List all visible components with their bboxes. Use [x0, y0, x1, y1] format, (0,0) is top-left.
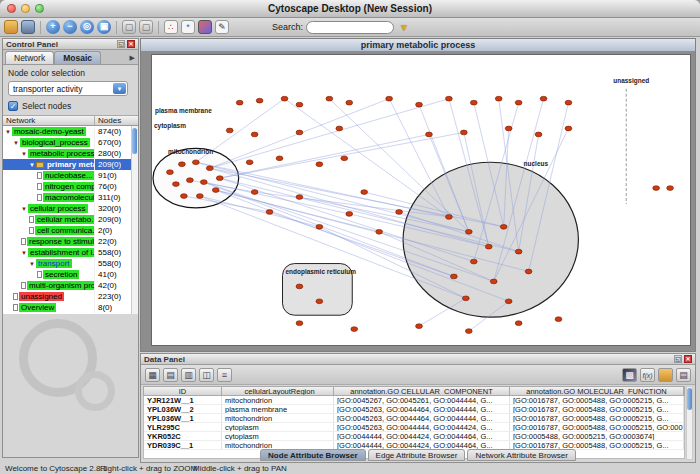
- network-node[interactable]: [555, 317, 562, 322]
- close-button[interactable]: [7, 4, 16, 13]
- tree-expand-icon[interactable]: ▼: [13, 140, 19, 146]
- network-node[interactable]: [386, 96, 393, 101]
- open-attr-file-icon[interactable]: [658, 368, 673, 382]
- float-panel-icon[interactable]: ◱: [674, 355, 682, 363]
- network-node[interactable]: [266, 210, 273, 215]
- network-node[interactable]: [465, 229, 472, 234]
- network-node[interactable]: [505, 126, 512, 131]
- network-node[interactable]: [192, 160, 199, 165]
- network-node[interactable]: [216, 176, 223, 181]
- zoom-selected-icon[interactable]: ◎: [80, 20, 94, 34]
- annotation-icon[interactable]: ✎: [215, 20, 229, 34]
- network-node[interactable]: [500, 224, 507, 229]
- tree-row[interactable]: ▼transport558(0): [3, 258, 138, 269]
- new-attribute-icon[interactable]: ▥: [181, 368, 196, 382]
- delete-attribute-icon[interactable]: ◫: [199, 368, 214, 382]
- tree-expand-icon[interactable]: ▼: [21, 206, 27, 212]
- save-session-icon[interactable]: [21, 20, 35, 34]
- title-bar[interactable]: Cytoscape Desktop (New Session): [0, 0, 700, 18]
- import-attr-icon[interactable]: ▤: [676, 368, 691, 382]
- tab-network[interactable]: Network: [5, 51, 54, 64]
- tree-row[interactable]: ▼biological_process670(0): [3, 137, 138, 148]
- network-node[interactable]: [361, 190, 368, 195]
- tab-edge-attribute-browser[interactable]: Edge Attribute Browser: [368, 449, 466, 461]
- network-node[interactable]: [490, 279, 497, 284]
- network-node[interactable]: [296, 321, 303, 326]
- tree-row[interactable]: multi-organism pro...42(0): [3, 280, 138, 291]
- network-node[interactable]: [246, 160, 253, 165]
- network-node[interactable]: [212, 188, 219, 193]
- network-node[interactable]: [525, 269, 532, 274]
- node-color-dropdown[interactable]: transporter activity ▾: [8, 81, 128, 96]
- network-node[interactable]: [653, 186, 660, 191]
- show-graphics-details-icon[interactable]: ▢: [122, 20, 136, 34]
- network-node[interactable]: [667, 186, 674, 191]
- network-node[interactable]: [470, 259, 477, 264]
- network-node[interactable]: [495, 96, 502, 101]
- column-header[interactable]: _cellularLayoutRegion: [222, 387, 334, 395]
- network-view-title[interactable]: primary metabolic process: [141, 39, 695, 52]
- network-node[interactable]: [226, 128, 233, 133]
- network-node[interactable]: [256, 98, 263, 103]
- network-node[interactable]: [346, 212, 353, 217]
- close-panel-icon[interactable]: ✕: [684, 355, 692, 363]
- network-node[interactable]: [460, 130, 467, 135]
- network-node[interactable]: [180, 194, 187, 199]
- new-network-icon[interactable]: ∴: [164, 20, 178, 34]
- network-node[interactable]: [196, 194, 203, 199]
- network-node[interactable]: [276, 156, 283, 161]
- tree-expand-icon[interactable]: ▼: [21, 250, 27, 256]
- network-node[interactable]: [446, 96, 453, 101]
- tree-row[interactable]: cellular metabo...209(0): [3, 214, 138, 225]
- hide-graphics-details-icon[interactable]: ▢: [139, 20, 153, 34]
- select-attributes-icon[interactable]: ▦: [145, 368, 160, 382]
- network-node[interactable]: [200, 180, 207, 185]
- tree-expand-icon[interactable]: ▼: [29, 261, 35, 267]
- tree-row[interactable]: ▼cellular process320(0): [3, 203, 138, 214]
- apply-layout-icon[interactable]: *: [181, 20, 195, 34]
- network-node[interactable]: [179, 162, 186, 167]
- minimize-button[interactable]: [21, 4, 30, 13]
- table-row[interactable]: YLR295Ccytoplasm[GO:0045263, GO:0044444,…: [144, 423, 684, 432]
- network-node[interactable]: [396, 210, 403, 215]
- float-panel-icon[interactable]: ◱: [117, 40, 125, 48]
- network-node[interactable]: [465, 329, 472, 334]
- network-node[interactable]: [281, 96, 288, 101]
- network-node[interactable]: [251, 190, 258, 195]
- network-node[interactable]: [173, 182, 180, 187]
- network-node[interactable]: [505, 299, 512, 304]
- network-node[interactable]: [316, 224, 323, 229]
- zoom-in-icon[interactable]: +: [46, 20, 60, 34]
- table-scrollbar-thumb[interactable]: [687, 388, 692, 410]
- network-edge[interactable]: [200, 196, 320, 227]
- network-node[interactable]: [515, 321, 522, 326]
- tree-row[interactable]: ▼mosaic-demo-yeast874(0): [3, 126, 138, 137]
- tree-row[interactable]: secretion41(0): [3, 269, 138, 280]
- network-node[interactable]: [450, 274, 457, 279]
- function-builder-icon[interactable]: f(x): [640, 368, 655, 382]
- zoom-out-icon[interactable]: −: [63, 20, 77, 34]
- column-header[interactable]: annotation.GO MOLECULAR_FUNCTION: [510, 387, 684, 395]
- network-node[interactable]: [296, 195, 303, 200]
- select-nodes-checkbox[interactable]: ✓: [8, 101, 18, 111]
- network-node[interactable]: [416, 102, 423, 107]
- network-node[interactable]: [206, 166, 213, 171]
- network-node[interactable]: [316, 162, 323, 167]
- network-node[interactable]: [446, 215, 453, 220]
- network-node[interactable]: [470, 100, 477, 105]
- delete-entry-icon[interactable]: ≡: [217, 368, 232, 382]
- tab-overflow-icon[interactable]: ▶: [130, 54, 138, 64]
- tree-scrollbar-thumb[interactable]: [132, 128, 137, 154]
- filter-funnel-icon[interactable]: ▼: [397, 22, 411, 33]
- tree-row[interactable]: ▼establishment of l...558(0): [3, 247, 138, 258]
- table-row[interactable]: YPL036W__2plasma membrane[GO:0045263, GO…: [144, 405, 684, 414]
- network-node[interactable]: [540, 96, 547, 101]
- vizmapper-icon[interactable]: [198, 20, 212, 34]
- network-node[interactable]: [351, 327, 358, 332]
- network-node[interactable]: [565, 126, 572, 131]
- tree-row[interactable]: ▼metabolic process280(0): [3, 148, 138, 159]
- network-node[interactable]: [336, 126, 343, 131]
- network-node[interactable]: [376, 229, 383, 234]
- tree-row[interactable]: macromolecule...311(0): [3, 192, 138, 203]
- tab-node-attribute-browser[interactable]: Node Attribute Browser: [260, 449, 366, 461]
